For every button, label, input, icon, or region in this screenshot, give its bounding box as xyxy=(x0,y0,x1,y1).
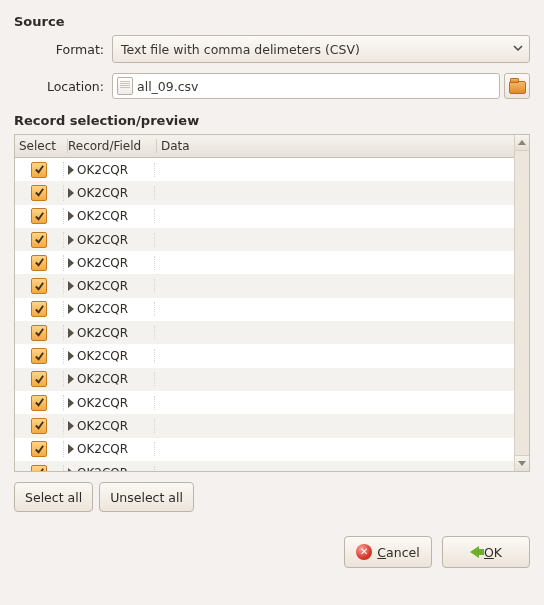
expand-icon[interactable] xyxy=(68,398,74,408)
format-combobox[interactable]: Text file with comma delimeters (CSV) xyxy=(112,35,530,63)
preview-title: Record selection/preview xyxy=(14,113,530,128)
record-name: OK2CQR xyxy=(77,372,128,386)
ok-label: OK xyxy=(484,545,502,560)
table-row[interactable]: OK2CQR xyxy=(15,274,514,297)
expand-icon[interactable] xyxy=(68,304,74,314)
source-title: Source xyxy=(14,14,530,29)
table-row[interactable]: OK2CQR xyxy=(15,438,514,461)
expand-icon[interactable] xyxy=(68,421,74,431)
record-name: OK2CQR xyxy=(77,442,128,456)
row-checkbox[interactable] xyxy=(31,208,47,224)
record-name: OK2CQR xyxy=(77,279,128,293)
row-checkbox[interactable] xyxy=(31,465,47,472)
table-row[interactable]: OK2CQR xyxy=(15,158,514,181)
record-name: OK2CQR xyxy=(77,396,128,410)
expand-icon[interactable] xyxy=(68,211,74,221)
expand-icon[interactable] xyxy=(68,281,74,291)
table-row[interactable]: OK2CQR xyxy=(15,181,514,204)
table-row[interactable]: OK2CQR xyxy=(15,391,514,414)
unselect-all-button[interactable]: Unselect all xyxy=(99,482,194,512)
expand-icon[interactable] xyxy=(68,351,74,361)
row-checkbox[interactable] xyxy=(31,232,47,248)
record-name: OK2CQR xyxy=(77,163,128,177)
row-checkbox[interactable] xyxy=(31,418,47,434)
scroll-down-button[interactable] xyxy=(515,455,529,471)
record-name: OK2CQR xyxy=(77,326,128,340)
column-header-data[interactable]: Data xyxy=(157,139,514,153)
record-name: OK2CQR xyxy=(77,256,128,270)
location-input[interactable]: all_09.csv xyxy=(112,73,500,99)
cancel-label: Cancel xyxy=(377,545,419,560)
table-row[interactable]: OK2CQR xyxy=(15,368,514,391)
cancel-icon: ✕ xyxy=(356,544,372,560)
record-name: OK2CQR xyxy=(77,349,128,363)
column-header-select[interactable]: Select xyxy=(15,139,68,153)
record-name: OK2CQR xyxy=(77,466,128,472)
table-row[interactable]: OK2CQR xyxy=(15,205,514,228)
location-value: all_09.csv xyxy=(137,79,495,94)
ok-button[interactable]: OK xyxy=(442,536,530,568)
cancel-button[interactable]: ✕ Cancel xyxy=(344,536,432,568)
table-row[interactable]: OK2CQR xyxy=(15,321,514,344)
row-checkbox[interactable] xyxy=(31,371,47,387)
row-checkbox[interactable] xyxy=(31,185,47,201)
row-checkbox[interactable] xyxy=(31,162,47,178)
table-row[interactable]: OK2CQR xyxy=(15,461,514,471)
table-row[interactable]: OK2CQR xyxy=(15,298,514,321)
expand-icon[interactable] xyxy=(68,468,74,472)
folder-icon xyxy=(509,81,526,94)
row-checkbox[interactable] xyxy=(31,301,47,317)
ok-icon xyxy=(470,546,479,558)
column-header-record[interactable]: Record/Field xyxy=(68,139,157,153)
expand-icon[interactable] xyxy=(68,235,74,245)
expand-icon[interactable] xyxy=(68,165,74,175)
record-name: OK2CQR xyxy=(77,233,128,247)
select-all-button[interactable]: Select all xyxy=(14,482,93,512)
table-row[interactable]: OK2CQR xyxy=(15,251,514,274)
browse-button[interactable] xyxy=(504,73,530,99)
expand-icon[interactable] xyxy=(68,444,74,454)
expand-icon[interactable] xyxy=(68,258,74,268)
row-checkbox[interactable] xyxy=(31,255,47,271)
format-value: Text file with comma delimeters (CSV) xyxy=(121,42,511,57)
record-name: OK2CQR xyxy=(77,209,128,223)
chevron-down-icon xyxy=(518,461,526,466)
format-label: Format: xyxy=(28,42,104,57)
expand-icon[interactable] xyxy=(68,374,74,384)
table-row[interactable]: OK2CQR xyxy=(15,344,514,367)
row-checkbox[interactable] xyxy=(31,441,47,457)
row-checkbox[interactable] xyxy=(31,278,47,294)
record-table: Select Record/Field Data OK2CQROK2CQROK2… xyxy=(14,134,530,472)
location-label: Location: xyxy=(28,79,104,94)
row-checkbox[interactable] xyxy=(31,348,47,364)
expand-icon[interactable] xyxy=(68,188,74,198)
table-row[interactable]: OK2CQR xyxy=(15,228,514,251)
record-name: OK2CQR xyxy=(77,186,128,200)
row-checkbox[interactable] xyxy=(31,325,47,341)
expand-icon[interactable] xyxy=(68,328,74,338)
chevron-down-icon xyxy=(511,42,525,56)
record-name: OK2CQR xyxy=(77,302,128,316)
chevron-up-icon xyxy=(518,140,526,145)
file-icon xyxy=(117,77,133,95)
row-checkbox[interactable] xyxy=(31,395,47,411)
scrollbar[interactable] xyxy=(514,135,529,471)
record-name: OK2CQR xyxy=(77,419,128,433)
table-row[interactable]: OK2CQR xyxy=(15,414,514,437)
scroll-up-button[interactable] xyxy=(515,135,529,151)
